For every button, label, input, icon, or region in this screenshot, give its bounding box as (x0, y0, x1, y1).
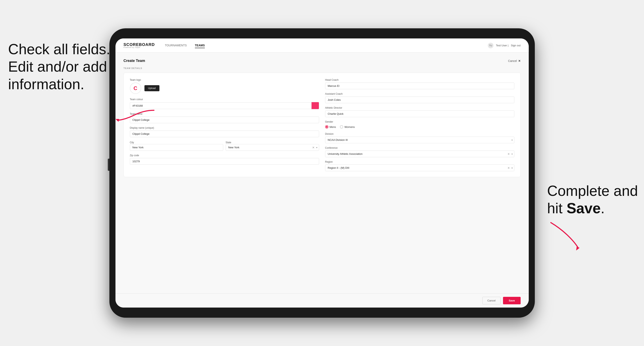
division-select-wrapper: NCAA Division III ▾ (325, 137, 514, 143)
athletic-director-input[interactable] (325, 111, 514, 117)
team-logo-group: Team logo C Upload (130, 78, 319, 95)
navbar: SCOREBOARD Powered by clippd TOURNAMENTS… (116, 38, 529, 53)
tablet-screen: SCOREBOARD Powered by clippd TOURNAMENTS… (116, 38, 529, 308)
athletic-director-group: Athletic Director (325, 106, 514, 117)
tablet-side-button (108, 159, 110, 171)
form-two-col: Team logo C Upload Team colour (130, 78, 514, 171)
zip-label: Zip code (130, 154, 319, 157)
annotation-right: Complete and hit Save. (547, 182, 638, 217)
right-column: Head Coach Assistant Coach Athletic Dire… (325, 78, 514, 171)
form-card: Team logo C Upload Team colour (124, 73, 521, 177)
conference-select-wrapper: University Athletic Association ✕ ▾ (325, 151, 514, 157)
arrow-left-icon (114, 107, 158, 123)
head-coach-label: Head Coach (325, 78, 514, 81)
region-clear-icon[interactable]: ✕ (508, 166, 510, 170)
cancel-button[interactable]: Cancel (482, 297, 500, 304)
assistant-coach-group: Assistant Coach (325, 92, 514, 103)
city-input[interactable] (130, 144, 223, 151)
division-group: Division NCAA Division III ▾ (325, 133, 514, 143)
section-label: TEAM DETAILS (124, 67, 521, 69)
nav-links: TOURNAMENTS TEAMS (165, 43, 478, 48)
head-coach-group: Head Coach (325, 78, 514, 89)
display-name-group: Display name (unique) (130, 127, 319, 137)
region-label: Region (325, 161, 514, 163)
nav-teams[interactable]: TEAMS (195, 43, 205, 48)
team-name-label: Team name (130, 113, 319, 115)
team-name-group: Team name (130, 113, 319, 123)
brand-name: SCOREBOARD (124, 42, 155, 46)
region-select[interactable]: Region II - (M) DIII (325, 165, 514, 171)
athletic-director-label: Athletic Director (325, 106, 514, 109)
team-name-input[interactable] (130, 117, 319, 123)
gender-group: Gender Mens Womens (325, 120, 514, 129)
page-title: Create Team (124, 59, 145, 63)
footer-bar: Cancel Save (116, 293, 529, 308)
region-group: Region Region II - (M) DIII ✕ ▾ (325, 161, 514, 171)
conference-label: Conference (325, 147, 514, 149)
logo-area: C Upload (130, 83, 319, 94)
page-header: Create Team Cancel ✕ (124, 59, 521, 63)
gender-mens-option[interactable]: Mens (325, 125, 336, 129)
state-select[interactable]: New York (226, 144, 319, 151)
zip-group: Zip code (130, 154, 319, 165)
city-subgroup: City (130, 141, 223, 151)
nav-signout-btn[interactable]: Sign out (511, 44, 521, 47)
colour-swatch[interactable] (311, 102, 319, 109)
team-colour-group: Team colour (130, 98, 319, 109)
region-select-wrapper: Region II - (M) DIII ✕ ▾ (325, 165, 514, 171)
svg-marker-1 (576, 246, 580, 250)
upload-btn[interactable]: Upload (144, 85, 160, 91)
city-label: City (130, 141, 134, 144)
team-colour-label: Team colour (130, 98, 319, 101)
division-select[interactable]: NCAA Division III (325, 137, 514, 143)
brand-sub: Powered by clippd (124, 46, 155, 48)
city-state-group: City State New York ✕ (130, 141, 319, 151)
left-column: Team logo C Upload Team colour (130, 78, 319, 171)
state-subgroup: State New York ✕ ▾ (226, 141, 319, 151)
cancel-header-btn[interactable]: Cancel ✕ (508, 59, 521, 62)
mens-radio-dot[interactable] (325, 125, 328, 129)
nav-user-label: Test User | (496, 44, 508, 47)
nav-right: TU Test User | Sign out (488, 43, 521, 48)
state-clear-icon[interactable]: ✕ (312, 146, 314, 149)
gender-radio-group: Mens Womens (325, 124, 514, 129)
conference-select[interactable]: University Athletic Association (325, 151, 514, 157)
annotation-left: Check all fields. Edit and/or add inform… (8, 40, 110, 93)
brand-logo: SCOREBOARD Powered by clippd (124, 42, 155, 48)
tablet-frame: SCOREBOARD Powered by clippd TOURNAMENTS… (110, 28, 535, 318)
display-name-label: Display name (unique) (130, 127, 319, 129)
state-select-wrapper: New York ✕ ▾ (226, 144, 319, 151)
division-label: Division (325, 133, 514, 135)
city-state-row: City State New York ✕ (130, 141, 319, 151)
colour-input-wrapper (130, 102, 319, 109)
display-name-input[interactable] (130, 131, 319, 137)
head-coach-input[interactable] (325, 83, 514, 89)
svg-marker-0 (116, 119, 119, 122)
save-button[interactable]: Save (503, 297, 520, 304)
team-logo-label: Team logo (130, 78, 319, 81)
conference-group: Conference University Athletic Associati… (325, 147, 514, 157)
assistant-coach-label: Assistant Coach (325, 92, 514, 95)
assistant-coach-input[interactable] (325, 97, 514, 103)
main-content: Create Team Cancel ✕ TEAM DETAILS Team l… (116, 53, 529, 293)
conference-clear-icon[interactable]: ✕ (508, 152, 510, 156)
close-icon[interactable]: ✕ (518, 59, 521, 62)
state-label: State (226, 141, 231, 144)
gender-label: Gender (325, 120, 514, 123)
nav-tournaments[interactable]: TOURNAMENTS (165, 43, 187, 48)
user-avatar: TU (488, 43, 494, 48)
womens-radio-dot[interactable] (340, 125, 343, 129)
logo-circle: C (130, 83, 141, 94)
zip-input[interactable] (130, 158, 319, 165)
gender-womens-option[interactable]: Womens (340, 125, 355, 129)
arrow-right-icon (545, 220, 585, 251)
